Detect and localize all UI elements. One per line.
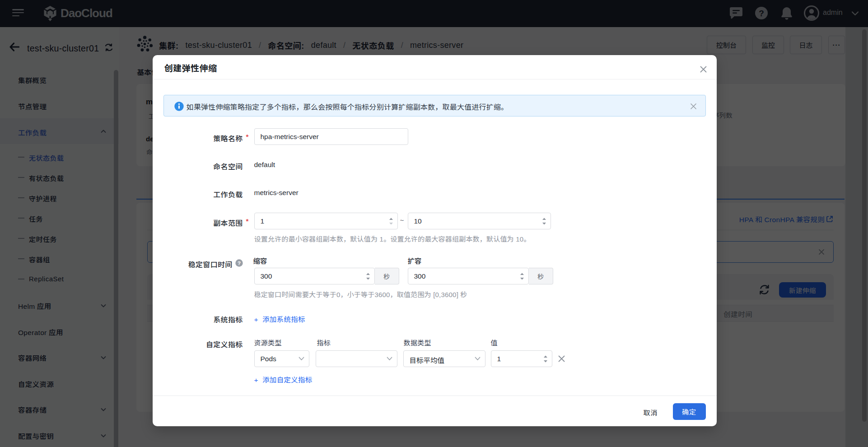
svg-text:?: ? (237, 261, 240, 266)
